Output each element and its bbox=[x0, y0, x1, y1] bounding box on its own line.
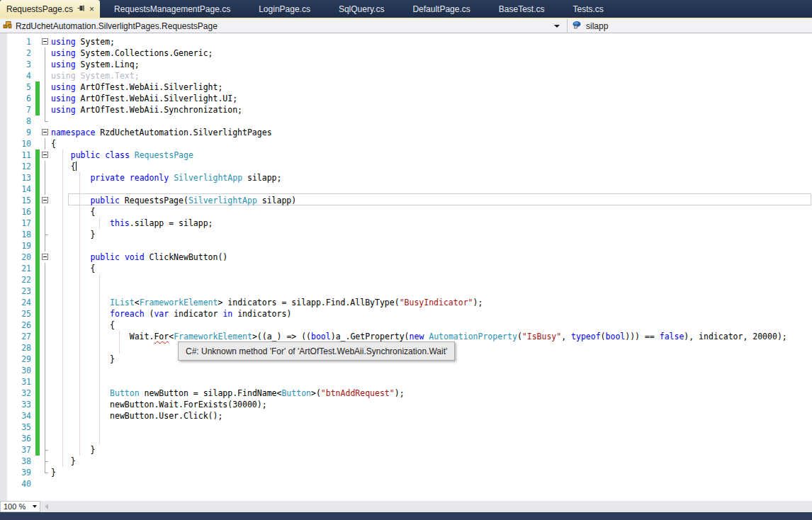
code-text: foreach (var indicator in indicators) bbox=[51, 308, 812, 320]
line-number: 26 bbox=[7, 320, 35, 331]
fold-margin bbox=[40, 161, 51, 172]
horizontal-scrollbar[interactable]: 100 % bbox=[0, 501, 812, 512]
fold-collapse-icon[interactable] bbox=[40, 195, 51, 206]
fold-margin bbox=[40, 410, 51, 422]
fold-margin bbox=[40, 240, 51, 251]
code-editor[interactable]: 1using System;2using System.Collections.… bbox=[0, 33, 812, 501]
line-number: 12 bbox=[7, 161, 35, 172]
line-number: 20 bbox=[7, 251, 35, 263]
line-number: 21 bbox=[7, 263, 35, 274]
chevron-down-icon[interactable] bbox=[554, 25, 560, 28]
code-text bbox=[51, 115, 812, 127]
scroll-left-icon[interactable] bbox=[45, 504, 48, 509]
code-text: newButton.User.Click(); bbox=[51, 410, 812, 422]
code-line: 40 bbox=[7, 478, 812, 490]
code-line: 8 bbox=[7, 115, 812, 127]
code-text: { bbox=[51, 138, 812, 149]
code-text bbox=[51, 422, 812, 433]
pin-icon[interactable] bbox=[77, 4, 85, 14]
code-line: 32 Button newButton = silapp.FindName<Bu… bbox=[7, 388, 812, 399]
document-tab-bar: RequestsPage.cs × RequestsManagementPage… bbox=[0, 0, 812, 18]
fold-margin bbox=[40, 263, 51, 274]
fold-margin bbox=[40, 456, 51, 467]
code-line: 3using System.Linq; bbox=[7, 59, 812, 70]
fold-margin bbox=[40, 286, 51, 297]
code-text: using ArtOfTest.WebAii.Silverlight.UI; bbox=[51, 93, 812, 104]
code-line: 4using System.Text; bbox=[7, 70, 812, 81]
code-line: 33 newButton.Wait.ForExists(30000); bbox=[7, 399, 812, 410]
code-lines: 1using System;2using System.Collections.… bbox=[7, 36, 812, 490]
line-number: 37 bbox=[7, 444, 35, 456]
fold-margin bbox=[40, 297, 51, 308]
code-text bbox=[51, 433, 812, 444]
fold-margin bbox=[40, 320, 51, 331]
code-text bbox=[51, 365, 812, 376]
fold-margin bbox=[40, 308, 51, 320]
fold-collapse-icon[interactable] bbox=[40, 127, 51, 138]
tab-loginpage[interactable]: LoginPage.cs bbox=[244, 0, 325, 18]
fold-collapse-icon[interactable] bbox=[40, 149, 51, 161]
code-line: 13 private readonly SilverlightApp silap… bbox=[7, 172, 812, 183]
zoom-level-dropdown[interactable]: 100 % bbox=[0, 501, 40, 512]
line-number: 1 bbox=[7, 36, 35, 47]
code-text: private readonly SilverlightApp silapp; bbox=[51, 172, 812, 183]
close-icon[interactable]: × bbox=[89, 6, 94, 13]
code-line: 36 bbox=[7, 433, 812, 444]
tab-requestsmanagementpage[interactable]: RequestsManagementPage.cs bbox=[100, 0, 244, 18]
code-line: 22 bbox=[7, 274, 812, 286]
code-text: using System.Linq; bbox=[51, 59, 812, 70]
line-number: 15 bbox=[7, 195, 35, 206]
line-number: 38 bbox=[7, 456, 35, 467]
error-tooltip: C#: Unknown method 'For' of 'ArtOfTest.W… bbox=[178, 341, 455, 361]
line-number: 35 bbox=[7, 422, 35, 433]
line-number: 22 bbox=[7, 274, 35, 286]
code-line: 19 bbox=[7, 240, 812, 251]
fold-margin bbox=[40, 365, 51, 376]
code-line: 16 { bbox=[7, 206, 812, 217]
code-line: 10{ bbox=[7, 138, 812, 149]
fold-collapse-icon[interactable] bbox=[40, 251, 51, 263]
tab-basetest[interactable]: BaseTest.cs bbox=[485, 0, 559, 18]
status-bar bbox=[0, 512, 812, 520]
line-number: 31 bbox=[7, 376, 35, 388]
code-text bbox=[51, 183, 812, 195]
code-line: 21 { bbox=[7, 263, 812, 274]
tab-defaultpage[interactable]: DefaultPage.cs bbox=[398, 0, 484, 18]
line-number: 27 bbox=[7, 331, 35, 342]
code-line: 27 Wait.For<FrameworkElement>((a_) => ((… bbox=[7, 331, 812, 342]
code-text: { bbox=[51, 161, 812, 172]
line-number: 6 bbox=[7, 93, 35, 104]
code-text bbox=[51, 376, 812, 388]
code-text bbox=[51, 274, 812, 286]
line-number: 33 bbox=[7, 399, 35, 410]
tab-requestspage[interactable]: RequestsPage.cs × bbox=[0, 0, 100, 18]
code-line: 14 bbox=[7, 183, 812, 195]
code-text: public RequestsPage(SilverlightApp silap… bbox=[51, 195, 812, 206]
code-line: 6using ArtOfTest.WebAii.Silverlight.UI; bbox=[7, 93, 812, 104]
code-line: 34 newButton.User.Click(); bbox=[7, 410, 812, 422]
tab-tests[interactable]: Tests.cs bbox=[558, 0, 617, 18]
code-line: 1using System; bbox=[7, 36, 812, 47]
private-field-icon bbox=[572, 21, 582, 31]
code-text: { bbox=[51, 320, 812, 331]
fold-margin bbox=[40, 376, 51, 388]
code-line: 2using System.Collections.Generic; bbox=[7, 47, 812, 59]
line-number: 39 bbox=[7, 467, 35, 478]
code-text: namespace RzdUchetAutomation.Silverlight… bbox=[51, 127, 812, 138]
line-number: 8 bbox=[7, 115, 35, 127]
type-dropdown-value: RzdUchetAutomation.SilverlightPages.Requ… bbox=[16, 21, 551, 31]
type-dropdown[interactable]: RzdUchetAutomation.SilverlightPages.Requ… bbox=[0, 19, 567, 33]
fold-margin bbox=[40, 93, 51, 104]
fold-margin bbox=[40, 229, 51, 240]
fold-margin bbox=[40, 59, 51, 70]
code-text: } bbox=[51, 229, 812, 240]
code-line: 20 public void ClickNewButton() bbox=[7, 251, 812, 263]
code-text: using System.Text; bbox=[51, 70, 812, 81]
line-number: 7 bbox=[7, 104, 35, 115]
fold-margin bbox=[40, 342, 51, 354]
fold-margin bbox=[40, 478, 51, 490]
text-caret bbox=[76, 162, 77, 171]
member-dropdown[interactable]: silapp bbox=[568, 19, 812, 33]
tab-sqlquery[interactable]: SqlQuery.cs bbox=[325, 0, 398, 18]
fold-collapse-icon[interactable] bbox=[40, 36, 51, 47]
